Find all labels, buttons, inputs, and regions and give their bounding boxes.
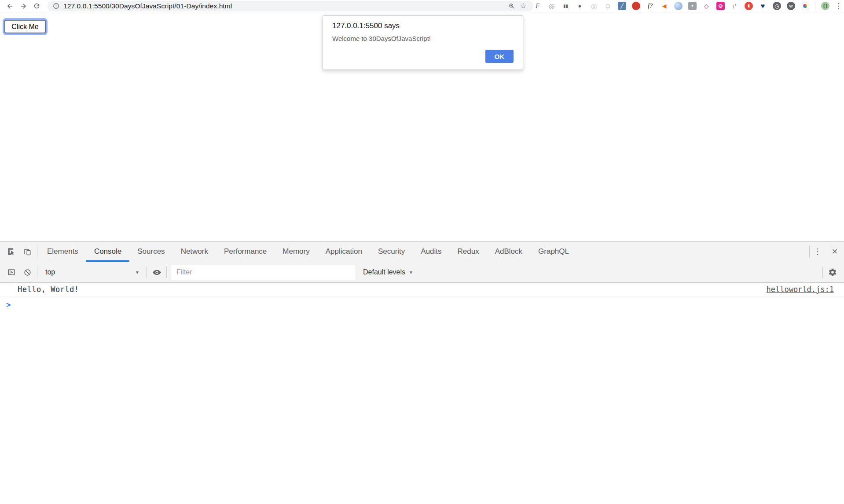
tab-network[interactable]: Network [173, 241, 216, 262]
devtools-menu-button[interactable]: ⋮ [810, 241, 826, 262]
console-prompt-chevron-icon: > [6, 300, 11, 309]
inspect-cursor-icon [7, 247, 16, 256]
bookmark-star-button[interactable]: ☆ [517, 1, 529, 11]
tabbar-divider [37, 246, 37, 257]
device-toolbar-icon [23, 247, 32, 256]
react-devtools-extension-icon[interactable]: ◎ [590, 2, 598, 10]
devtools-close-button[interactable]: × [826, 241, 844, 262]
log-levels-value: Default levels [363, 268, 405, 276]
sidebar-toggle-icon [7, 268, 16, 277]
chevron-down-icon: ▼ [409, 270, 413, 275]
tab-memory[interactable]: Memory [275, 241, 317, 262]
tab-elements[interactable]: Elements [39, 241, 86, 262]
browser-toolbar: 127.0.0.1:5500/30DaysOfJavaScript/01-Day… [0, 0, 844, 12]
devtools-tabs: ElementsConsoleSourcesNetworkPerformance… [39, 241, 577, 262]
toolbar-divider [147, 267, 147, 278]
tab-audits[interactable]: Audits [413, 241, 449, 262]
magnifier-icon [508, 3, 515, 10]
tab-redux[interactable]: Redux [450, 241, 487, 262]
pink-gear-extension-icon[interactable]: ⚙ [716, 2, 725, 10]
console-settings-button[interactable] [825, 268, 840, 277]
log-levels-selector[interactable]: Default levels ▼ [363, 268, 413, 276]
tab-graphql[interactable]: GraphQL [530, 241, 577, 262]
clear-console-icon [23, 268, 32, 277]
console-toolbar: top ▼ Default levels ▼ [0, 262, 844, 283]
bookmark-extension-icon[interactable]: ▮ [745, 2, 753, 10]
console-filter-input[interactable] [171, 265, 355, 280]
megaphone-extension-icon[interactable]: ◀ [660, 2, 668, 10]
url-text: 127.0.0.1:5500/30DaysOfJavaScript/01-Day… [63, 2, 232, 10]
context-selector-value: top [45, 268, 55, 276]
device-toolbar-button[interactable] [19, 241, 35, 262]
color-ring-extension-icon[interactable] [801, 2, 809, 10]
kebab-icon: ⋮ [835, 2, 842, 10]
tabbar-spacer [577, 241, 809, 262]
close-icon: × [832, 246, 838, 257]
bug-extension-icon[interactable]: ● [576, 2, 584, 10]
back-button[interactable] [4, 1, 17, 11]
function-question-extension-icon[interactable]: f? [646, 2, 654, 10]
extensions-divider [815, 2, 815, 10]
star-icon: ☆ [520, 2, 526, 10]
emoji-face-extension-icon[interactable]: ☺ [604, 2, 612, 10]
camera-extension-icon[interactable]: ● [688, 2, 697, 10]
kebab-icon: ⋮ [814, 247, 822, 256]
orbit-extension-icon[interactable]: ◎ [547, 2, 556, 10]
page-viewport: Click Me 127.0.0.1:5500 says Welcome to … [0, 12, 844, 241]
gear-icon [828, 268, 837, 277]
inspect-element-button[interactable] [4, 241, 19, 262]
color-picker-extension-icon[interactable]: ╱ [618, 2, 626, 10]
console-log-text: Hello, World! [18, 285, 79, 294]
info-icon[interactable] [53, 3, 59, 9]
tab-console[interactable]: Console [86, 241, 129, 262]
swirl-extension-icon[interactable] [674, 2, 683, 10]
console-messages: Hello, World! helloworld.js:1 > [0, 283, 844, 504]
wave-extension-icon[interactable]: w [787, 2, 795, 10]
browser-menu-button[interactable]: ⋮ [835, 1, 842, 11]
devtools-tabbar: ElementsConsoleSourcesNetworkPerformance… [0, 241, 844, 262]
split-panes-extension-icon[interactable]: ▮▮ [561, 2, 570, 10]
tab-application[interactable]: Application [318, 241, 370, 262]
extensions-bar: F◎▮▮●◎☺╱f?◀●◇⚙↱▮♥◷w{} [533, 2, 829, 10]
clock-extension-icon[interactable]: ◷ [773, 2, 781, 10]
back-arrow-icon [6, 2, 14, 10]
eye-icon [152, 268, 161, 277]
tab-performance[interactable]: Performance [216, 241, 275, 262]
reload-button[interactable] [30, 1, 43, 11]
corner-arrow-extension-icon[interactable]: ↱ [730, 2, 739, 10]
font-style-extension-icon[interactable]: F [533, 2, 542, 10]
alert-dialog: 127.0.0.1:5500 says Welcome to 30DaysOfJ… [323, 15, 523, 70]
console-prompt-row[interactable]: > [0, 296, 844, 309]
toolbar-divider [37, 267, 37, 278]
tab-security[interactable]: Security [370, 241, 413, 262]
chevron-down-icon: ▼ [135, 270, 139, 275]
augury-extension-icon[interactable]: ◇ [702, 2, 711, 10]
profile-avatar[interactable]: {} [821, 2, 829, 10]
clear-console-button[interactable] [19, 268, 35, 277]
forward-button[interactable] [17, 1, 30, 11]
alert-ok-button[interactable]: OK [485, 50, 514, 63]
forward-arrow-icon [19, 2, 27, 10]
alert-message: Welcome to 30DaysOfJavaScript! [332, 35, 431, 42]
tab-adblock[interactable]: AdBlock [487, 241, 530, 262]
click-me-button[interactable]: Click Me [4, 20, 46, 33]
alert-title: 127.0.0.1:5500 says [332, 22, 400, 30]
address-bar[interactable]: 127.0.0.1:5500/30DaysOfJavaScript/01-Day… [48, 1, 533, 11]
devtools-panel: ElementsConsoleSourcesNetworkPerformance… [0, 241, 844, 504]
console-sidebar-toggle-button[interactable] [4, 268, 19, 277]
console-source-link[interactable]: helloworld.js:1 [766, 285, 834, 294]
stop-hand-extension-icon[interactable] [632, 2, 640, 10]
tab-sources[interactable]: Sources [129, 241, 172, 262]
zoom-page-button[interactable] [506, 1, 517, 11]
context-selector[interactable]: top ▼ [39, 265, 145, 280]
live-expression-button[interactable] [149, 268, 165, 277]
toolbar-divider [166, 267, 167, 278]
heart-search-extension-icon[interactable]: ♥ [759, 2, 767, 10]
console-log-row: Hello, World! helloworld.js:1 [0, 283, 844, 296]
toolbar-divider [822, 267, 823, 278]
reload-icon [33, 2, 40, 10]
